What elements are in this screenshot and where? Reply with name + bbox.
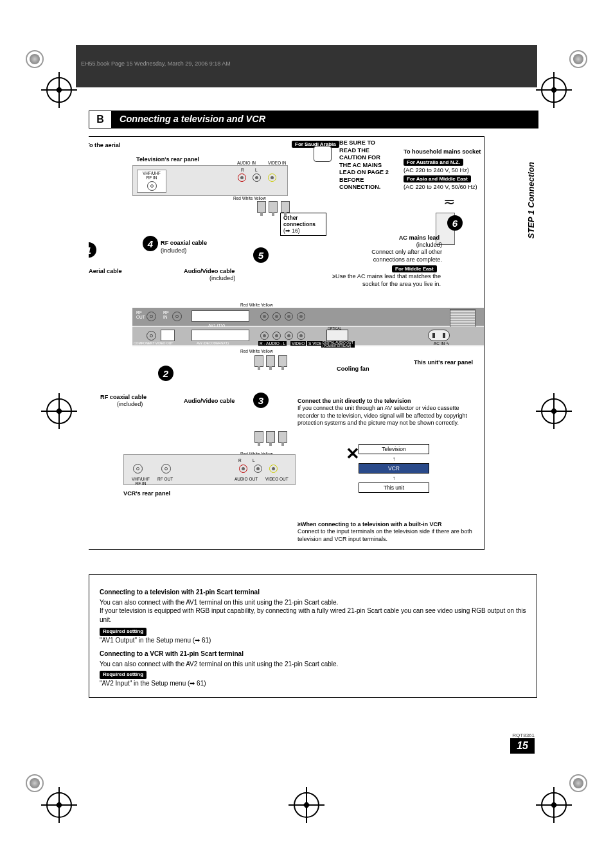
- crosshair-tl: [46, 77, 72, 103]
- vcr-rear-panel: VHF/UHF RF IN RF OUT R L AUDIO OUT VIDEO…: [123, 454, 296, 485]
- rca-group: [236, 173, 278, 184]
- badge-req-1: Required setting: [100, 628, 147, 636]
- label-other-conn: Other connections: [283, 215, 315, 227]
- component-block-icon: [161, 330, 175, 341]
- step-3: 3: [253, 393, 269, 408]
- hand-icon: [314, 146, 332, 162]
- plug-icon: [257, 201, 266, 213]
- label-audio-out: AUDIO OUT: [235, 477, 258, 481]
- label-unit-rear: This unit's rear panel: [414, 359, 473, 367]
- coax-icon: [172, 312, 182, 321]
- rca-icon: [297, 332, 305, 340]
- unit-panel-top: RF OUT RF IN AV1 (TV): [132, 308, 484, 326]
- note-p1: You can also connect with the AV1 termin…: [100, 598, 526, 607]
- model-code: RQT8361: [506, 732, 535, 738]
- line: [89, 156, 104, 157]
- label-included-2: (included): [209, 275, 235, 283]
- tv-rear-panel: VHF/UHF RF IN AUDIO IN VIDEO IN R L: [132, 165, 288, 196]
- rca-row-vcr: [237, 464, 280, 475]
- badge-asia-me: For Asia and Middle East: [404, 175, 471, 182]
- plug-row-3: [254, 431, 287, 445]
- label-rwy-1: Red White Yellow: [233, 196, 266, 201]
- label-ac-mains: AC mains lead: [386, 235, 440, 242]
- badge-me: For Middle East: [392, 265, 437, 272]
- plug-icon: [254, 431, 263, 443]
- label-included-3: (included): [117, 401, 143, 409]
- reg-mark-bl: [26, 774, 44, 792]
- label-vcr-rfin: VHF/UHF RF IN: [128, 477, 154, 486]
- step-5: 5: [253, 247, 269, 263]
- plug-icon: [269, 201, 278, 213]
- label-digital: DIGITAL AUDIO OUT (PCM/BITSTREAM): [321, 341, 355, 348]
- label-asia-spec: (AC 220 to 240 V, 50/60 Hz): [404, 184, 477, 191]
- label-rf-coax-2: RF coaxial cable: [100, 394, 147, 402]
- plug-icon: [278, 355, 287, 367]
- step-2: 2: [158, 366, 173, 381]
- label-video-in: VIDEO IN: [268, 161, 287, 165]
- coax-icon: [147, 331, 156, 341]
- label-av-cable-1: Audio/Video cable: [184, 268, 235, 276]
- section-heading: B Connecting a television and VCR: [89, 111, 538, 128]
- coax-icon: [147, 312, 156, 321]
- crosshair-bc: [294, 792, 319, 818]
- label-rwy-3: Red White Yellow: [240, 349, 273, 354]
- section-letter: B: [89, 111, 112, 128]
- label-rf-out-port: RF OUT: [136, 310, 145, 319]
- label-vcr-rfout: RF OUT: [157, 477, 173, 481]
- label-av-cable-2: Audio/Video cable: [184, 398, 235, 405]
- plug-icon: [254, 355, 263, 367]
- label-rwy-2: Red White Yellow: [240, 303, 273, 308]
- label-ac-note2: ≥Use the AC mains lead that matches the …: [321, 273, 441, 288]
- crosshair-ml: [46, 398, 72, 424]
- rca-red-icon: [238, 173, 246, 182]
- label-component: COMPONENT VIDEO OUT: [134, 341, 173, 345]
- label-r2: R: [238, 458, 242, 463]
- optical-icon: [326, 330, 348, 341]
- note-p2: If your television is equipped with RGB …: [100, 607, 526, 624]
- rca-icon: [272, 312, 281, 321]
- rca-yellow-icon: [269, 465, 278, 473]
- port-vhf-uhf: VHF/UHF RF IN: [137, 170, 166, 193]
- label-vcr-rear: VCR's rear panel: [123, 490, 170, 498]
- note-req2: "AV2 Input" in the Setup menu (➡ 61): [100, 679, 526, 688]
- line: [89, 546, 89, 550]
- side-tab: STEP 1 Connection: [526, 162, 536, 238]
- label-r-audio-l: R - AUDIO - L: [258, 341, 287, 346]
- plug-icon: [266, 355, 275, 367]
- callout-other-connections: Other connections (➡ 16): [280, 213, 326, 236]
- ac-in-icon: [428, 330, 450, 341]
- page: EH55.book Page 15 Wednesday, March 29, 2…: [0, 0, 613, 868]
- label-included-ac: (included): [365, 242, 442, 249]
- rca-icon: [260, 332, 269, 340]
- coax-icon: [147, 181, 157, 191]
- reg-mark-br: [569, 774, 587, 792]
- label-to-aerial: To the aerial: [89, 142, 120, 150]
- label-aerial-cable: Aerial cable: [89, 268, 122, 276]
- scart-av1-icon: [191, 310, 249, 322]
- plug-row-1: [257, 201, 290, 215]
- reg-mark-tr: [569, 50, 587, 68]
- builtin-note: ≥When connecting to a television with a …: [298, 521, 479, 543]
- label-other-conn-ref: (➡ 16): [283, 227, 299, 234]
- line: [89, 266, 89, 373]
- stack-diagram: Television ↑ VCR ↑ This unit: [359, 444, 429, 493]
- plug-icon: [281, 201, 290, 213]
- coax-icon: [161, 464, 171, 474]
- header-strip: EH55.book Page 15 Wednesday, March 29, 2…: [76, 45, 537, 87]
- plug-icon: [266, 431, 275, 443]
- rca-white-icon: [253, 173, 261, 182]
- scart-note-box: Connecting to a television with 21-pin S…: [89, 574, 537, 698]
- line: [89, 463, 89, 546]
- label-rf-in-port: RF IN: [163, 310, 169, 319]
- crosshair-tr: [541, 77, 567, 103]
- header-strip-text: EH55.book Page 15 Wednesday, March 29, 2…: [81, 60, 231, 67]
- label-included-1: (included): [161, 247, 186, 255]
- stack-unit: This unit: [359, 483, 429, 493]
- connect-direct-title: Connect the unit directly to the televis…: [298, 398, 411, 404]
- label-tv-rear: Television's rear panel: [136, 156, 199, 164]
- note-h1: Connecting to a television with 21-pin S…: [100, 588, 526, 597]
- label-optical: OPTICAL: [328, 326, 341, 330]
- unit-rear-panel: RF OUT RF IN AV1 (TV) COMPONENT VIDEO OU…: [132, 308, 484, 346]
- step-1: 1: [89, 242, 96, 258]
- connect-direct-box: Connect the unit directly to the televis…: [298, 398, 479, 427]
